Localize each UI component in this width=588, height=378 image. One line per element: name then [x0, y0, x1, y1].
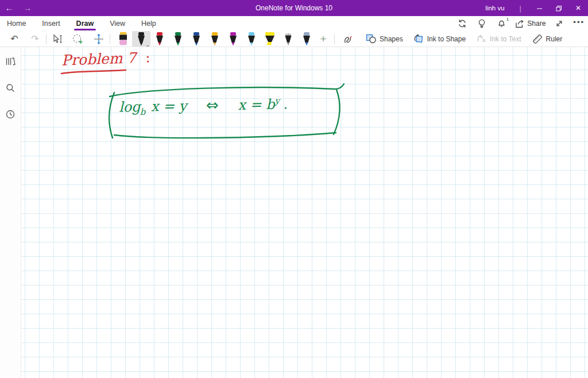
- eraser-tool[interactable]: [114, 31, 132, 47]
- sync-icon[interactable]: [457, 17, 468, 30]
- ink-to-shape-label: Ink to Shape: [427, 35, 466, 43]
- pen-options-chevron-icon[interactable]: ⌄: [145, 42, 150, 48]
- undo-button[interactable]: ↶: [7, 32, 22, 47]
- close-button[interactable]: ✕: [568, 0, 588, 16]
- draw-with-touch-button[interactable]: [341, 32, 355, 47]
- toolbar-separator: [110, 34, 110, 44]
- account-name[interactable]: linh vu: [485, 5, 504, 11]
- draw-toolbar: ↶ ↷ ⌄: [0, 31, 588, 47]
- titlebar: ← → OneNote for Windows 10 linh vu | ✕: [0, 0, 588, 16]
- lightbulb-icon[interactable]: [476, 17, 488, 30]
- cyan-pen-tool[interactable]: [242, 31, 261, 47]
- tab-view[interactable]: View: [107, 16, 127, 31]
- recent-notes-icon[interactable]: [0, 105, 21, 124]
- search-icon[interactable]: [0, 78, 21, 98]
- notifications-bell-icon[interactable]: 1: [496, 17, 507, 30]
- formula-lhs: x = y: [151, 98, 187, 115]
- ink-to-text-label: Ink to Text: [490, 35, 521, 43]
- restore-button[interactable]: [549, 0, 568, 16]
- black-pen-tool[interactable]: ⌄: [132, 31, 150, 47]
- tab-insert[interactable]: Insert: [40, 16, 62, 31]
- forward-arrow-icon[interactable]: →: [18, 0, 37, 16]
- blue-pen-tool[interactable]: [187, 31, 206, 47]
- shapes-button[interactable]: Shapes: [366, 34, 403, 44]
- titlebar-separator: |: [520, 4, 521, 13]
- tab-help[interactable]: Help: [139, 16, 158, 31]
- yellow-highlighter-tool[interactable]: [261, 31, 279, 47]
- problem-underline-stroke: [60, 69, 129, 76]
- handwritten-problem-title: Problem 7:: [61, 49, 151, 68]
- green-pen-tool[interactable]: [169, 31, 187, 47]
- share-label: Share: [527, 20, 546, 28]
- ruler-button[interactable]: Ruler: [532, 33, 563, 45]
- yellow-pen-tool[interactable]: [206, 31, 224, 47]
- page-canvas[interactable]: Problem 7: logb x = y ⇔ x = by.: [21, 47, 588, 378]
- paragraph-spacing-button[interactable]: [91, 32, 106, 47]
- ribbon-tabs: Home Insert Draw View Help: [0, 16, 588, 31]
- handwritten-formula: logb x = y ⇔ x = by.: [119, 95, 288, 117]
- notification-count-badge: 1: [506, 17, 509, 22]
- ink-to-shape-button[interactable]: Ink to Shape: [413, 34, 466, 44]
- svg-text:a: a: [482, 37, 485, 43]
- ink-to-text-button: a a Ink to Text: [476, 34, 521, 44]
- tab-home[interactable]: Home: [5, 16, 28, 31]
- formula-iff-arrow: ⇔: [206, 97, 219, 114]
- red-pen-tool[interactable]: [150, 31, 169, 47]
- toolbar-separator: [46, 34, 47, 44]
- lasso-select-button[interactable]: [71, 32, 86, 47]
- pencil-tool[interactable]: [279, 31, 297, 47]
- toolbar-separator: [334, 34, 335, 44]
- minimize-button[interactable]: [529, 0, 549, 16]
- share-icon: [515, 20, 524, 28]
- share-button[interactable]: Share: [515, 20, 546, 28]
- fullscreen-icon[interactable]: [554, 17, 565, 30]
- pen-strip: ⌄: [114, 31, 316, 47]
- more-options-button[interactable]: •••: [573, 18, 585, 29]
- formula-rhs: x = b: [238, 97, 275, 113]
- formula-exponent: y: [274, 96, 280, 106]
- redo-button[interactable]: ↷: [28, 32, 42, 47]
- magenta-pen-tool[interactable]: [224, 31, 242, 47]
- onenote-app: ← → OneNote for Windows 10 linh vu | ✕ H…: [0, 0, 588, 378]
- tab-draw[interactable]: Draw: [74, 16, 96, 31]
- formula-log: log: [119, 99, 141, 115]
- select-objects-button[interactable]: [50, 32, 65, 47]
- add-pen-button[interactable]: +: [316, 32, 331, 47]
- back-arrow-icon[interactable]: ←: [0, 0, 18, 16]
- notebooks-icon[interactable]: [0, 52, 21, 71]
- ruler-label: Ruler: [546, 35, 563, 43]
- shapes-label: Shapes: [380, 35, 403, 43]
- left-rail: [0, 47, 21, 378]
- galaxy-pen-tool[interactable]: [297, 31, 316, 47]
- formula-base: b: [140, 107, 145, 117]
- formula-period: .: [283, 96, 288, 112]
